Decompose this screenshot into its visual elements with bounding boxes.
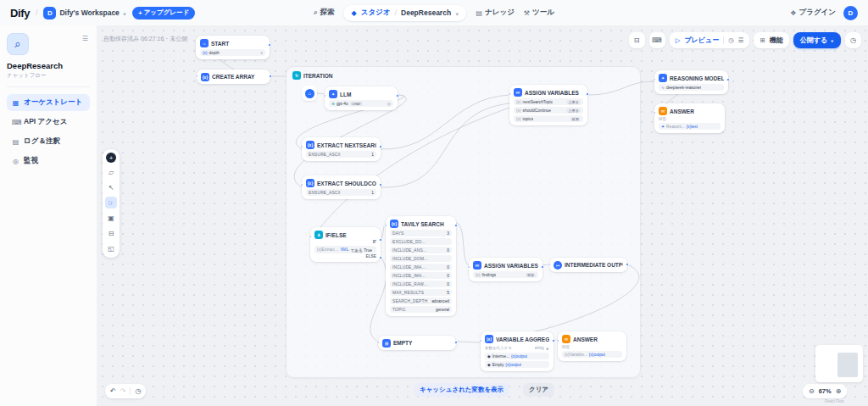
node-title: ASSIGN VARIABLES (525, 90, 579, 96)
input-handle[interactable] (479, 339, 482, 342)
zoom-control: ⊖ 67% ⊕ (803, 384, 847, 398)
node-assign-variables-2[interactable]: ≔ ASSIGN VARIABLES {x} findings 追加 (469, 258, 542, 281)
clear-button[interactable]: クリア (523, 383, 554, 397)
output-handle[interactable] (626, 263, 629, 266)
input-handle[interactable] (323, 94, 326, 97)
nav-studio[interactable]: スタジオ (361, 8, 391, 18)
add-note-button[interactable]: ▱ (105, 166, 117, 178)
input-handle[interactable] (653, 78, 656, 81)
organize-blocks-button[interactable]: ⊟ (105, 227, 117, 239)
input-handle[interactable] (384, 224, 387, 227)
node-title: LLM (340, 92, 351, 97)
pointer-mode-button[interactable]: ↖ (105, 181, 117, 193)
output-handle[interactable] (396, 94, 399, 97)
sidebar-item-orchestrate[interactable]: ▦ オーケストレート (7, 94, 90, 111)
output-handle[interactable] (379, 145, 382, 148)
sidebar-item-logs[interactable]: ▤ ログ＆注釈 (7, 133, 90, 150)
features-button[interactable]: ⊞ 機能 (754, 32, 788, 48)
output-handle[interactable] (454, 341, 458, 344)
var-type-icon: {x} (516, 117, 521, 121)
node-start[interactable]: ⌂ START {x} depth x (196, 36, 270, 59)
node-assign-variables-1[interactable]: ≔ ASSIGN VARIABLES {x} nextSearchTopic 上… (509, 85, 587, 125)
if-output-handle[interactable] (379, 238, 382, 242)
output-handle[interactable] (541, 265, 544, 269)
nav-explore[interactable]: ⌕ 探索 (314, 8, 334, 18)
show-cached-variables-button[interactable]: キャッシュされた変数を表示 (414, 383, 509, 397)
param-row: MAX_RESULTS5 (390, 289, 452, 296)
minimap[interactable] (815, 345, 863, 382)
node-empty[interactable]: ⊞ EMPTY (378, 336, 456, 350)
group-type: string (535, 346, 544, 350)
add-node-button[interactable]: + (106, 153, 116, 163)
version-history-button[interactable]: ◷ (845, 32, 861, 48)
workflow-canvas[interactable]: 自動保存済み 06:27:16・未公開 ↻ ITERATION (97, 25, 868, 406)
output-handle[interactable] (454, 224, 458, 227)
preview-button[interactable]: プレビュー (684, 36, 719, 45)
input-handle[interactable] (548, 263, 551, 266)
output-handle[interactable] (379, 183, 382, 186)
node-ref-icon: ◆ (487, 363, 491, 367)
node-extract-shouldcontinue[interactable]: {x} EXTRACT SHOULDCONTINU ENSURE_ASCII 1 (302, 175, 381, 199)
export-image-button[interactable]: ▣ (105, 212, 117, 224)
app-settings-icon[interactable]: ☰ (81, 33, 90, 44)
history-icon[interactable]: ◷ (135, 387, 141, 395)
node-llm[interactable]: ✦ LLM ⊛ gpt-4o CHAT ◎ (325, 86, 398, 110)
user-avatar[interactable]: D (843, 6, 858, 20)
node-variable-aggregator[interactable]: (x) VARIABLE AGGREGATOR 変数を代入する string ∨… (481, 331, 554, 371)
input-handle[interactable] (467, 265, 470, 269)
shortcut-button[interactable]: ⌨ (649, 32, 665, 48)
node-ref-icon: ✦ (661, 125, 665, 129)
output-handle[interactable] (726, 78, 730, 81)
input-handle[interactable] (309, 235, 312, 238)
node-reasoning-model[interactable]: ✦ REASONING MODEL ∿ deepseek-reasoner (654, 70, 728, 94)
sidebar-item-api-access[interactable]: ⌨ API アクセス (7, 114, 90, 131)
share-button[interactable]: ⊡ (629, 32, 645, 48)
plugins-button[interactable]: ❖ プラグイン (790, 8, 836, 18)
input-handle[interactable] (195, 75, 198, 78)
node-answer-iteration[interactable]: ✉ ANSWER 回答 {x}Variable... {x}output (558, 331, 626, 361)
else-output-handle[interactable] (379, 256, 382, 259)
code-icon: {x} (201, 73, 209, 81)
settings-sliders-icon[interactable]: ☰ (738, 36, 744, 44)
input-handle[interactable] (300, 145, 303, 148)
timer-icon[interactable]: ◷ (728, 36, 734, 44)
input-handle[interactable] (508, 92, 511, 96)
input-handle[interactable] (556, 339, 559, 342)
output-handle[interactable] (269, 75, 272, 78)
node-extract-nextsearchtopic[interactable]: {x} EXTRACT NEXTSEARCHTOP ENSURE_ASCII 1 (302, 137, 381, 161)
zoom-in-icon[interactable]: ⊕ (836, 387, 842, 395)
sidebar: ⌕ ☰ DeepResearch チャットフロー ▦ オーケストレート ⌨ AP… (0, 25, 97, 406)
upgrade-button[interactable]: + アップグレード (132, 7, 195, 19)
output-handle[interactable] (586, 92, 589, 96)
chevron-down-icon: ∨ (123, 10, 126, 15)
node-create-array[interactable]: {x} CREATE ARRAY (197, 70, 270, 84)
sidebar-item-monitoring[interactable]: ◎ 監視 (7, 153, 90, 170)
publish-button[interactable]: 公開する ∨ (793, 32, 841, 48)
node-if-else[interactable]: ⋔ IF/ELSE IF {x}Extract ... NVL である True… (310, 227, 381, 262)
output-handle[interactable] (268, 43, 271, 47)
plugins-icon: ❖ (790, 9, 796, 17)
sidebar-header: ⌕ ☰ (7, 33, 90, 55)
workspace-selector[interactable]: D Dify's Workspace ∨ (43, 7, 126, 19)
assign-row: {x} shouldContinue 上書き (514, 107, 583, 114)
nav-tools[interactable]: ⚒ ツール (524, 8, 554, 18)
current-app-selector[interactable]: DeepResearch (401, 8, 451, 17)
input-handle[interactable] (376, 341, 380, 344)
node-tavily-search[interactable]: {x} TAVILY SEARCH DAYS3 EXCLUDE_DO... IN… (386, 216, 456, 316)
answer-icon: ✉ (562, 335, 570, 343)
undo-icon[interactable]: ↶ (110, 387, 116, 395)
redo-icon[interactable]: ↷ (120, 387, 126, 395)
zoom-level[interactable]: 67% (819, 387, 832, 395)
zoom-out-icon[interactable]: ⊖ (809, 387, 815, 395)
input-handle[interactable] (653, 111, 656, 114)
iteration-start-node[interactable]: ⌂ (302, 86, 317, 101)
assign-var-name: nextSearchTopic (523, 100, 553, 104)
input-handle[interactable] (300, 183, 303, 186)
hand-mode-button[interactable]: ☞ (105, 197, 117, 209)
workspace-avatar: D (43, 7, 56, 19)
node-intermediate-output[interactable]: ↦ INTERMEDIATE OUTPUT FOI (549, 258, 627, 272)
fit-view-button[interactable]: ◱ (105, 242, 117, 254)
output-handle[interactable] (552, 339, 555, 342)
node-answer-final[interactable]: ✉ ANSWER 回答 ✦ Reasoni... {x}text (654, 103, 725, 133)
nav-knowledge[interactable]: ▤ ナレッジ (476, 8, 514, 18)
